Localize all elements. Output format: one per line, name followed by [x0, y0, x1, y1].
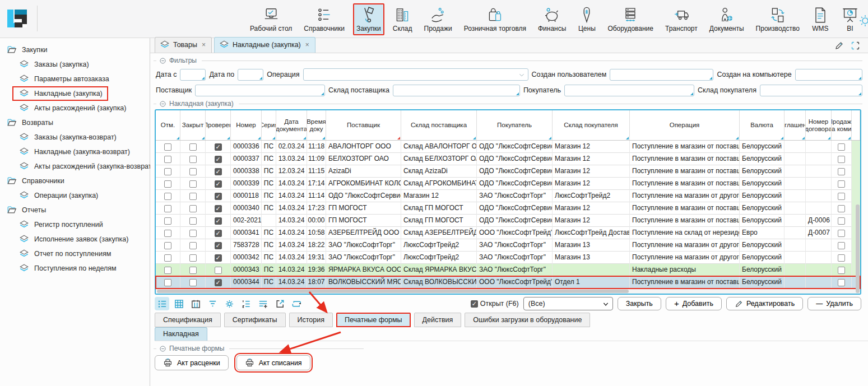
- table-row[interactable]: 7583728ПС14.03.2418:22ЗАО "ЛюксСофтТорг"…: [156, 239, 860, 252]
- sidebar-folder[interactable]: Справочники: [0, 174, 70, 188]
- closed-checkbox[interactable]: [189, 156, 197, 163]
- supplier-store-input[interactable]: [393, 85, 520, 96]
- commission-checkbox[interactable]: [838, 180, 845, 188]
- column-header[interactable]: Время доку: [307, 110, 326, 140]
- toolbar-item-document[interactable]: WMS: [808, 3, 833, 35]
- collapse-icon[interactable]: [159, 345, 166, 352]
- vertical-scrollbar[interactable]: [856, 204, 860, 293]
- column-header[interactable]: Склад покупателя: [553, 110, 630, 140]
- closed-checkbox[interactable]: [189, 279, 197, 286]
- table-row[interactable]: 0000340ПС14.03.2417:23ГП МОГОСТСклад ГП …: [156, 202, 860, 215]
- column-header[interactable]: Склад поставщика: [401, 110, 477, 140]
- toolbar-item-building[interactable]: Склад: [389, 3, 416, 35]
- mark-checkbox[interactable]: [164, 205, 171, 212]
- closed-checkbox[interactable]: [189, 168, 197, 175]
- collapse-icon[interactable]: [159, 100, 166, 108]
- toolbar-item-server[interactable]: Оборудование: [604, 3, 657, 35]
- closed-checkbox[interactable]: [189, 180, 197, 188]
- export-button[interactable]: [272, 297, 287, 310]
- sidebar-item[interactable]: Накладные (закупка): [12, 86, 108, 101]
- verified-checkbox[interactable]: [215, 267, 222, 274]
- checkbox-icon[interactable]: [471, 300, 478, 308]
- buyer-input[interactable]: [564, 85, 694, 96]
- closed-checkbox[interactable]: [189, 230, 197, 237]
- sidebar-item[interactable]: Операции (закупка): [12, 188, 104, 203]
- mark-checkbox[interactable]: [164, 193, 171, 200]
- sidebar-item[interactable]: Акты расхождений (закупка): [12, 101, 132, 115]
- created-by-input[interactable]: [610, 69, 713, 81]
- toolbar-item-bag[interactable]: Розничная торговля: [461, 3, 530, 35]
- table-row[interactable]: 0000344ПС14.03.2418:07ВОЛКОВЫССКИЙ МЯССС…: [156, 276, 860, 289]
- column-header[interactable]: Номер: [231, 110, 262, 140]
- commission-checkbox[interactable]: [838, 279, 845, 286]
- supplier-input[interactable]: [195, 85, 325, 96]
- close-tab-icon[interactable]: [202, 41, 206, 49]
- verified-checkbox[interactable]: [215, 254, 222, 262]
- bottom-tab[interactable]: Сертификаты: [224, 313, 286, 327]
- sidebar-item[interactable]: Поступления по неделям: [12, 261, 122, 276]
- verified-checkbox[interactable]: [215, 168, 222, 175]
- commission-checkbox[interactable]: [838, 217, 845, 225]
- closed-checkbox[interactable]: [189, 254, 197, 262]
- filter-select[interactable]: (Все): [523, 297, 613, 310]
- column-header[interactable]: Отм.: [156, 110, 180, 140]
- sidebar-item[interactable]: Исполнение заявок (закупка): [12, 232, 134, 247]
- fullscreen-icon[interactable]: [851, 41, 860, 50]
- sidebar-item[interactable]: Отчет по поступлениям: [12, 247, 117, 261]
- column-header[interactable]: Серия: [262, 110, 276, 140]
- column-header[interactable]: Номер договора: [806, 110, 832, 140]
- verified-checkbox[interactable]: [215, 230, 222, 237]
- sidebar-item[interactable]: Регистр поступлений: [12, 217, 109, 232]
- mark-checkbox[interactable]: [164, 217, 171, 225]
- open-filter-checkbox[interactable]: Открыт (F6): [471, 300, 519, 308]
- verified-checkbox[interactable]: [215, 193, 222, 200]
- toolbar-item-handtruck[interactable]: Закупки: [353, 3, 384, 35]
- commission-checkbox[interactable]: [838, 242, 845, 249]
- created-on-input[interactable]: [795, 69, 862, 81]
- mark-checkbox[interactable]: [164, 267, 171, 274]
- list-view-button[interactable]: [155, 297, 169, 310]
- toolbar-item-piggy[interactable]: Финансы: [535, 3, 569, 35]
- sidebar-folder[interactable]: Возвраты: [0, 115, 59, 130]
- sidebar-item[interactable]: Заказы (закупка): [12, 57, 95, 72]
- toolbar-item-tag[interactable]: Цены: [574, 3, 599, 35]
- toolbar-item-truck[interactable]: Транспорт: [662, 3, 701, 35]
- column-header[interactable]: Операция: [630, 110, 740, 140]
- closed-checkbox[interactable]: [189, 193, 197, 200]
- tab-nakladnaya[interactable]: Накладная: [155, 327, 207, 341]
- date-from-input[interactable]: [180, 69, 206, 81]
- mark-checkbox[interactable]: [164, 156, 171, 163]
- document-tab[interactable]: Накладные (закупка): [214, 37, 315, 53]
- scrollbar-thumb[interactable]: [157, 290, 629, 293]
- bottom-tab[interactable]: Печатные формы: [336, 313, 411, 327]
- refresh-button[interactable]: [289, 297, 304, 310]
- column-header[interactable]: Дата документа: [276, 110, 307, 140]
- bottom-tab[interactable]: Спецификация: [155, 313, 221, 327]
- closed-checkbox[interactable]: [189, 205, 197, 212]
- sidebar-item[interactable]: Параметры автозаказа: [12, 72, 115, 86]
- table-row[interactable]: 002-2021014.03.2400:00ГП МОГОСТСклад ГП …: [156, 215, 860, 227]
- edit-button[interactable]: Редактировать: [726, 297, 803, 310]
- grid-view-button[interactable]: [171, 297, 186, 310]
- column-header[interactable]: Закрыт: [180, 110, 206, 140]
- closed-checkbox[interactable]: [189, 267, 197, 274]
- sidebar-item[interactable]: Заказы (закупка-возврат): [12, 130, 122, 145]
- table-row[interactable]: 0000342ПС14.03.2419:31ЗАО "ЛюксСофтТорг"…: [156, 252, 860, 264]
- mark-checkbox[interactable]: [164, 242, 171, 249]
- toolbar-item-list[interactable]: Справочники: [300, 3, 348, 35]
- bottom-tab[interactable]: Ошибки загрузки в оборудование: [465, 313, 590, 327]
- collapse-icon[interactable]: [159, 57, 166, 64]
- closed-checkbox[interactable]: [189, 242, 197, 249]
- calendar-view-button[interactable]: [188, 297, 203, 310]
- numbered-list-button[interactable]: [239, 297, 253, 310]
- date-to-input[interactable]: [238, 69, 263, 81]
- commission-checkbox[interactable]: [838, 205, 845, 212]
- sidebar-item[interactable]: Накладные (закупка-возврат): [12, 145, 136, 159]
- commission-checkbox[interactable]: [838, 156, 845, 163]
- sidebar-folder[interactable]: Закупки: [0, 43, 53, 57]
- sidebar-item[interactable]: Акты расхождений (закупка-возврат): [12, 159, 160, 174]
- column-header[interactable]: Покупатель: [477, 110, 553, 140]
- mark-checkbox[interactable]: [164, 180, 171, 188]
- toolbar-item-cycle[interactable]: Производство: [753, 3, 803, 35]
- closed-checkbox[interactable]: [189, 217, 197, 225]
